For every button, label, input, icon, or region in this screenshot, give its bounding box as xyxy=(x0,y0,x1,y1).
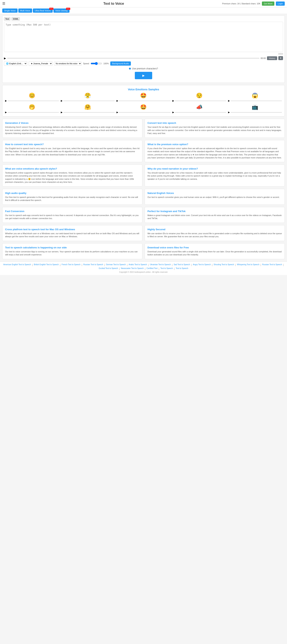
emotion-player-6: ▶ xyxy=(61,111,115,114)
info-card-text-6: Our free text to speech generator is the… xyxy=(5,196,140,202)
emotion-play-1[interactable]: ▶ xyxy=(61,100,62,102)
emotion-play-8[interactable]: ▶ xyxy=(172,111,174,114)
footer-link-9[interactable]: Shouting Text to Speech xyxy=(214,264,234,266)
main-area: Text SSML 0/500 ▶ 00:00 History ⬇ 🌐 Engl… xyxy=(2,16,285,83)
emotion-emoji-7: 🤩 xyxy=(140,104,147,110)
footer-link-1[interactable]: British English Text to Speech xyxy=(34,264,59,266)
info-card-text-2: Our English text to speech tool is very … xyxy=(5,147,140,156)
emotion-player-4: ▶ xyxy=(228,100,282,102)
tab-single-voice[interactable]: Single Voice xyxy=(2,8,17,13)
info-grid-row: Text to speech calculations is happening… xyxy=(2,243,285,259)
emotion-item-2: 🤩 ▶ xyxy=(116,92,170,102)
background-audio-button[interactable]: Background Audio xyxy=(110,62,131,66)
controls-row: 🌐 English (Unit... ★ Joanna_Female No em… xyxy=(4,61,283,66)
emotion-emoji-9: 📺 xyxy=(252,104,258,110)
generate-button[interactable]: ▶ xyxy=(135,72,152,79)
emotion-play-6[interactable]: ▶ xyxy=(61,111,62,114)
download-button[interactable]: ⬇ xyxy=(278,56,283,60)
format-ssml-button[interactable]: SSML xyxy=(11,17,20,20)
emotion-play-7[interactable]: ▶ xyxy=(116,111,118,114)
play-button[interactable]: ▶ xyxy=(4,57,6,60)
footer-link-14[interactable]: Certified Text xyxy=(147,267,157,270)
time-display: 00:00 xyxy=(261,57,266,59)
emotion-item-8: 📣 ▶ xyxy=(172,104,226,114)
info-card-text-7: Our text to speech converter gives you r… xyxy=(147,196,282,199)
footer-link-6[interactable]: Ukrainian Text to Speech xyxy=(150,264,171,266)
emotion-player-1: ▶ xyxy=(61,100,115,102)
tab-ultra-voice[interactable]: Ultra-Real Voices New xyxy=(33,8,53,13)
footer-link-16[interactable]: Text to Speech xyxy=(176,267,188,270)
get-more-button[interactable]: Get More xyxy=(262,2,274,6)
emotion-select[interactable]: No emotions for this voice xyxy=(54,62,82,66)
speed-slider[interactable] xyxy=(91,62,102,65)
emotion-emoji-8: 📣 xyxy=(196,104,203,110)
tab-voice-cloning[interactable]: Voice cloning New xyxy=(53,8,69,13)
premium-text: Use premium characters? xyxy=(132,67,158,70)
language-select[interactable]: 🌐 English (Unit... xyxy=(4,61,27,66)
info-card-title-1: Convert text into speech xyxy=(147,122,282,124)
emotion-bar-3 xyxy=(175,100,226,101)
footer-link-12[interactable]: Excited Text to Speech xyxy=(99,267,118,270)
footer-link-5[interactable]: Arabic Text to Speech xyxy=(129,264,147,266)
emotion-play-3[interactable]: ▶ xyxy=(172,100,174,102)
info-card-title-11: Highly Secured xyxy=(147,228,282,231)
info-card-title-7: Natural English Voices xyxy=(147,192,282,194)
emotion-item-9: 📺 ▶ xyxy=(228,104,282,114)
hamburger-icon[interactable]: ☰ xyxy=(2,2,5,6)
footer-link-8[interactable]: Angry Text to Speech xyxy=(193,264,211,266)
info-card-3: What is the premium voice option?If you … xyxy=(145,140,285,162)
info-card-text-1: Your search for an App to convert your t… xyxy=(147,126,282,135)
emotion-play-9[interactable]: ▶ xyxy=(228,111,230,114)
emotion-item-1: 😤 ▶ xyxy=(61,92,115,102)
emotion-emoji-1: 😤 xyxy=(84,92,91,99)
footer-link-15[interactable]: Text to Speech xyxy=(160,267,173,270)
footer-link-10[interactable]: Whispering Text to Speech xyxy=(237,264,260,266)
footer-link-2[interactable]: French Text to Speech xyxy=(61,264,80,266)
footer-separator: | xyxy=(172,264,173,266)
info-card-title-0: Generation 2 Voices xyxy=(5,122,140,124)
footer-link-3[interactable]: Russian Text to Speech xyxy=(83,264,103,266)
emotion-play-0[interactable]: ▶ xyxy=(5,100,7,102)
speed-value: 100% xyxy=(103,62,109,65)
footer-separator: | xyxy=(148,264,149,266)
info-card-title-9: Perfect for Instagram and TikTok xyxy=(147,210,282,213)
footer-link-7[interactable]: Sad Text to Speech xyxy=(174,264,190,266)
char-count: 0/500 xyxy=(4,53,283,55)
footer-separator: | xyxy=(283,264,284,266)
text-input[interactable] xyxy=(4,22,283,52)
footer-separator: | xyxy=(191,264,192,266)
emotion-item-5: 🤭 ▶ xyxy=(5,104,59,114)
footer-link-4[interactable]: German Text to Speech xyxy=(106,264,126,266)
emotion-emoji-2: 🤩 xyxy=(140,92,147,99)
info-grid-row: How to convert text into speech?Our Engl… xyxy=(2,140,285,162)
footer-link-11[interactable]: Russian Text to Speech xyxy=(262,264,282,266)
info-card-title-2: How to convert text into speech? xyxy=(5,143,140,146)
login-button[interactable]: Login xyxy=(276,2,285,6)
footer-separator: | xyxy=(145,267,145,270)
emotion-item-4: 😱 ▶ xyxy=(228,92,282,102)
progress-bar[interactable] xyxy=(7,58,260,58)
info-grid-row: Generation 2 VoicesIntroducing Gen2 voic… xyxy=(2,119,285,138)
emotion-play-5[interactable]: ▶ xyxy=(5,111,7,114)
emotion-emoji-4: 😱 xyxy=(252,92,258,99)
footer-separator: | xyxy=(82,264,82,266)
format-text-button[interactable]: Text xyxy=(4,17,10,20)
tab-clone-label: Voice cloning xyxy=(55,10,68,12)
emotion-emoji-3: 😌 xyxy=(196,92,203,99)
emotion-play-4[interactable]: ▶ xyxy=(228,100,230,102)
tab-single-label: Single Voice xyxy=(4,10,16,12)
footer-link-0[interactable]: American English Text to Speech xyxy=(3,264,31,266)
emotion-player-3: ▶ xyxy=(172,100,226,102)
info-card-text-3: If you check the 'Use premium voice' opt… xyxy=(147,147,282,159)
header-right: Premium chars: 1K | Standard chars: 10K … xyxy=(222,2,285,6)
history-button[interactable]: History xyxy=(267,56,277,60)
emotion-play-2[interactable]: ▶ xyxy=(116,100,118,102)
info-card-9: Perfect for Instagram and TikTokMakes a … xyxy=(145,207,285,223)
player-row: ▶ 00:00 History ⬇ xyxy=(4,56,283,60)
info-card-0: Generation 2 VoicesIntroducing Gen2 voic… xyxy=(2,119,142,138)
ultra-badge: New xyxy=(49,8,53,10)
info-card-text-4: Texttospeech.online supports speech styl… xyxy=(5,171,140,184)
tab-multi-voice[interactable]: Multi Voice xyxy=(18,8,32,13)
voice-select[interactable]: ★ Joanna_Female xyxy=(29,61,52,66)
footer-link-13[interactable]: Newscaster Text to Speech xyxy=(121,267,144,270)
